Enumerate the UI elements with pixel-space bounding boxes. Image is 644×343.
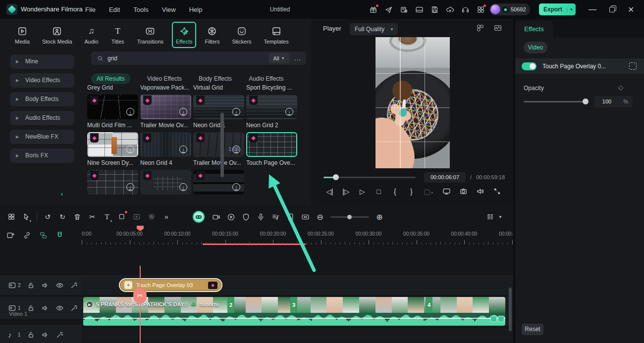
tab-stickers[interactable]: Stickers: [228, 22, 255, 48]
panel-layout-icon[interactable]: [415, 5, 424, 14]
mute-icon[interactable]: [41, 331, 50, 339]
support-icon[interactable]: [461, 5, 470, 14]
mute-icon[interactable]: [41, 304, 50, 312]
next-frame-icon[interactable]: |▷: [342, 188, 350, 196]
split-preview-icon[interactable]: ▢▼: [424, 188, 433, 196]
ai-camera-icon[interactable]: [209, 211, 223, 222]
effect-thumb-multi-grid-film[interactable]: ◆↓: [87, 95, 138, 119]
result-tab-video-effects[interactable]: Video Effects: [147, 75, 182, 82]
current-timecode[interactable]: 00:00:06:07: [424, 172, 466, 183]
effect-thumb-trailer-movie-ov[interactable]: ◆1:05↓: [193, 132, 244, 157]
minimize-icon[interactable]: —: [589, 5, 596, 14]
magic-icon[interactable]: [70, 281, 78, 290]
section-video-pill[interactable]: Video: [524, 42, 547, 53]
menu-file[interactable]: File: [85, 6, 96, 13]
mirror-display-icon[interactable]: [442, 187, 451, 196]
download-icon[interactable]: ↓: [232, 108, 240, 116]
result-tab-audio-effects[interactable]: Audio Effects: [249, 75, 284, 82]
effect-thumb[interactable]: ◆↓: [140, 170, 191, 195]
gift-icon[interactable]: [369, 5, 377, 14]
volume-icon[interactable]: [476, 187, 484, 196]
magic-icon[interactable]: [70, 304, 78, 312]
results-scrollbar[interactable]: [220, 113, 224, 177]
tab-effects[interactable]: Effects: [515, 21, 553, 38]
cloud-upload-icon[interactable]: [446, 5, 454, 14]
tab-transitions[interactable]: Transitions: [133, 22, 167, 48]
download-icon[interactable]: ↓: [126, 183, 134, 191]
effect-thumb-neon-grid-1[interactable]: ◆↓: [193, 95, 244, 119]
stop-icon[interactable]: □: [375, 188, 382, 196]
send-icon[interactable]: [384, 5, 393, 14]
hide-icon[interactable]: [55, 281, 64, 290]
speed-icon[interactable]: [129, 211, 144, 222]
tab-effects[interactable]: Effects: [172, 22, 196, 48]
tab-audio[interactable]: ♫Audio: [81, 22, 103, 48]
mute-icon[interactable]: [41, 281, 50, 290]
zoom-slider[interactable]: [330, 216, 369, 218]
menu-view[interactable]: View: [162, 6, 176, 13]
effect-thumb-nine-screen-dy[interactable]: ◆↓: [87, 132, 138, 157]
result-tab-all-results[interactable]: All Results: [91, 73, 130, 84]
effect-thumb-trailer-movie-ov[interactable]: ◆↓: [140, 95, 191, 119]
export-caret-icon[interactable]: ▼: [567, 7, 576, 12]
opacity-slider-handle[interactable]: [583, 98, 589, 104]
applied-effect-row[interactable]: Touch Page Overlay 0...: [515, 58, 644, 74]
download-icon[interactable]: ↓: [285, 108, 293, 116]
sidebar-item-newblue-fx[interactable]: ▶NewBlue FX: [10, 130, 74, 144]
save-icon[interactable]: [430, 5, 439, 14]
sidebar-item-video-effects[interactable]: ▶Video Effects: [10, 73, 74, 88]
zoom-out-icon[interactable]: ⊖: [313, 211, 327, 222]
mark-in-icon[interactable]: {: [391, 188, 399, 196]
reset-button[interactable]: Reset: [522, 324, 543, 335]
crop-icon[interactable]: [114, 211, 129, 222]
multi-view-icon[interactable]: [476, 24, 484, 32]
media-layout-icon[interactable]: [4, 211, 19, 222]
voiceover-icon[interactable]: [253, 211, 268, 222]
export-button[interactable]: Export ▼: [539, 3, 576, 15]
download-icon[interactable]: ↓: [232, 183, 240, 191]
download-icon[interactable]: ↓: [126, 108, 134, 116]
avatar[interactable]: [490, 4, 500, 14]
close-icon[interactable]: ✕: [628, 5, 634, 14]
time-ruler[interactable]: 00:00:0000:00:05:0000:00:10:0000:00:15:0…: [82, 229, 513, 245]
scope-icon[interactable]: [493, 24, 502, 32]
download-icon[interactable]: ↓: [179, 183, 187, 191]
snap-icon[interactable]: [55, 231, 64, 240]
lock-icon[interactable]: [27, 331, 35, 339]
effect-enabled-toggle[interactable]: [522, 62, 537, 70]
color-match-icon[interactable]: [144, 211, 159, 222]
menu-edit[interactable]: Edit: [109, 6, 120, 13]
zoom-in-icon[interactable]: ⊕: [372, 211, 387, 222]
timeline-vertical-scrollbar[interactable]: [509, 288, 512, 331]
keyframe-diamond-icon[interactable]: ◇: [618, 84, 623, 91]
tab-stock-media[interactable]: Stock Media: [38, 22, 76, 48]
mark-out-icon[interactable]: }: [407, 188, 415, 196]
support-icon[interactable]: [461, 5, 470, 14]
hide-icon[interactable]: [55, 304, 64, 312]
undo-icon[interactable]: ↺: [40, 211, 55, 222]
opacity-value-box[interactable]: 100 %: [594, 96, 633, 107]
download-icon[interactable]: ↓: [126, 146, 134, 153]
add-to-track-icon[interactable]: [6, 231, 15, 240]
version-history-icon[interactable]: [400, 5, 408, 14]
panel-layout-icon[interactable]: [415, 5, 424, 14]
opacity-value[interactable]: 100: [594, 96, 619, 107]
account-pill[interactable]: ◆ 50692: [489, 3, 530, 15]
seek-handle[interactable]: [333, 174, 339, 180]
maximize-icon[interactable]: [609, 7, 615, 12]
sidebar-item-body-effects[interactable]: ▶Body Effects: [10, 92, 74, 106]
delete-icon[interactable]: [70, 211, 85, 222]
collapse-sidebar-icon[interactable]: ‹: [57, 190, 66, 198]
effect-thumb-touch-page-ove[interactable]: ◆: [246, 132, 297, 157]
magic-icon[interactable]: [55, 331, 64, 339]
marquee-select-icon[interactable]: [629, 62, 637, 70]
previous-frame-icon[interactable]: ◁|: [325, 188, 333, 196]
download-icon[interactable]: ↓: [179, 146, 187, 153]
lock-icon[interactable]: [27, 281, 35, 290]
snapshot-icon[interactable]: [459, 187, 468, 196]
text-tool-icon[interactable]: T: [100, 211, 114, 222]
search-input[interactable]: grid: [107, 55, 268, 62]
redo-icon[interactable]: ↻: [55, 211, 70, 222]
sidebar-item-mine[interactable]: ▶Mine: [10, 54, 74, 69]
quality-dropdown[interactable]: Full Quality ▼: [350, 23, 398, 35]
